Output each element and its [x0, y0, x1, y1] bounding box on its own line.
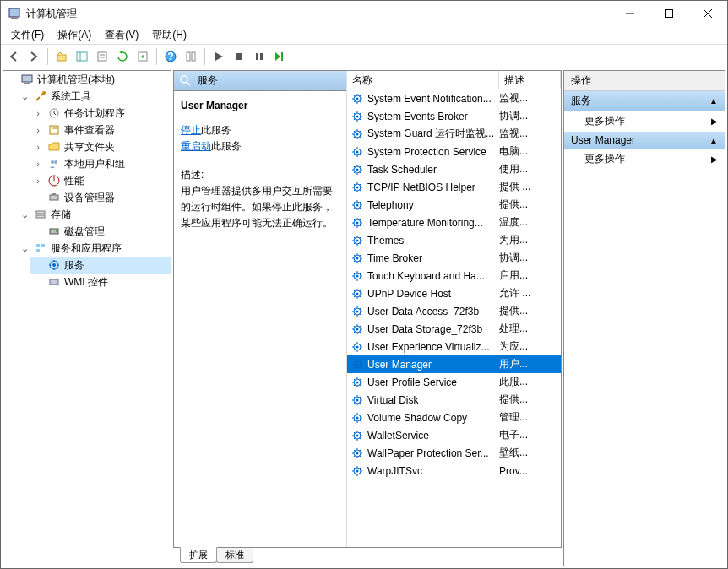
gear-icon — [350, 464, 364, 478]
tree-disk-mgmt[interactable]: 磁盘管理 — [30, 223, 171, 240]
service-desc: 协调... — [499, 109, 561, 123]
forward-button[interactable] — [24, 47, 43, 66]
action-more-services[interactable]: 更多操作 ▶ — [564, 111, 725, 132]
column-name[interactable]: 名称 — [347, 71, 499, 89]
window-controls — [611, 1, 727, 26]
svg-point-72 — [356, 328, 359, 330]
service-row[interactable]: Virtual Disk提供... — [347, 391, 561, 409]
list-body[interactable]: System Event Notification...监视...System … — [347, 89, 561, 547]
tree-task-scheduler[interactable]: ›任务计划程序 — [30, 105, 171, 122]
service-row[interactable]: System Events Broker协调... — [347, 107, 561, 125]
detail-column: 服务 User Manager 停止此服务 重启动此服务 描述: 用户管理器提供… — [174, 71, 347, 547]
restart-service-button[interactable] — [270, 47, 289, 66]
tree-device-manager[interactable]: 设备管理器 — [30, 189, 171, 206]
service-name: Task Scheduler — [367, 164, 499, 176]
show-hide-tree-button[interactable] — [73, 47, 91, 66]
export-button[interactable] — [133, 47, 152, 66]
tab-standard[interactable]: 标准 — [216, 548, 253, 563]
service-name: User Profile Service — [367, 377, 499, 388]
properties-button[interactable] — [93, 47, 111, 66]
service-row[interactable]: TCP/IP NetBIOS Helper提供 ... — [347, 178, 561, 196]
service-desc: 提供... — [499, 304, 561, 318]
collapse-icon[interactable]: ⌄ — [19, 91, 30, 102]
gear-icon — [350, 216, 364, 230]
tree-label: 设备管理器 — [64, 191, 115, 205]
service-row[interactable]: User Experience Virtualiz...为应... — [347, 338, 561, 355]
service-row[interactable]: System Guard 运行时监视...监视... — [347, 125, 561, 143]
titlebar: 计算机管理 — [1, 1, 727, 26]
back-button[interactable] — [4, 47, 23, 66]
service-row[interactable]: Temperature Monitoring...温度... — [347, 214, 561, 231]
service-row[interactable]: User Manager用户... — [347, 355, 561, 373]
tree-services-apps[interactable]: ⌄ 服务和应用程序 — [17, 240, 171, 257]
stop-service-link[interactable]: 停止 — [181, 124, 201, 136]
maximize-button[interactable] — [649, 1, 688, 26]
expand-icon[interactable]: › — [32, 142, 44, 152]
service-row[interactable]: User Data Access_72f3b提供... — [347, 302, 561, 320]
app-icon — [8, 7, 21, 20]
expand-icon[interactable]: › — [32, 108, 44, 118]
collapse-icon[interactable]: ⌄ — [19, 209, 30, 220]
svg-rect-6 — [57, 55, 66, 61]
menu-view[interactable]: 查看(V) — [98, 26, 145, 44]
service-desc: 提供... — [499, 393, 561, 407]
service-name: Telephony — [367, 199, 499, 211]
service-row[interactable]: System Event Notification...监视... — [347, 89, 561, 107]
columns-button[interactable] — [182, 47, 200, 66]
service-name: TCP/IP NetBIOS Helper — [367, 182, 499, 193]
service-row[interactable]: User Profile Service此服... — [347, 373, 561, 391]
svg-point-50 — [356, 133, 359, 135]
expand-icon[interactable]: › — [32, 125, 44, 135]
description-label: 描述: — [181, 167, 340, 183]
service-row[interactable]: WarpJITSvcProv... — [347, 462, 561, 480]
tree-services[interactable]: 服务 — [30, 257, 171, 274]
service-row[interactable]: System Protection Service电脑... — [347, 143, 561, 160]
refresh-button[interactable] — [113, 47, 132, 66]
column-desc[interactable]: 描述 — [499, 71, 561, 89]
tree-performance[interactable]: ›性能 — [30, 172, 171, 189]
service-row[interactable]: WalletService电子... — [347, 426, 561, 444]
tree-system-tools[interactable]: ⌄ 系统工具 — [17, 88, 171, 105]
tree-root[interactable]: 计算机管理(本地) — [3, 71, 171, 88]
service-row[interactable]: Volume Shadow Copy管理... — [347, 409, 561, 426]
tree-event-viewer[interactable]: ›事件查看器 — [30, 122, 171, 138]
service-row[interactable]: WallPaper Protection Ser...壁纸... — [347, 444, 561, 462]
start-service-button[interactable] — [209, 47, 228, 66]
tree-pane[interactable]: 计算机管理(本地) ⌄ 系统工具 ›任务计划程序 ›事件查看器 ›共享文件夹 ›… — [3, 70, 171, 566]
tree-local-users[interactable]: ›本地用户和组 — [30, 155, 171, 172]
computer-icon — [20, 73, 34, 86]
stop-service-button[interactable] — [230, 47, 248, 66]
service-row[interactable]: Task Scheduler使用... — [347, 160, 561, 178]
menu-file[interactable]: 文件(F) — [4, 26, 51, 44]
service-name: Time Broker — [367, 252, 499, 264]
pause-service-button[interactable] — [250, 47, 269, 66]
action-more-usermanager[interactable]: 更多操作 ▶ — [564, 149, 725, 170]
action-section-title[interactable]: User Manager ▲ — [564, 132, 725, 149]
svg-rect-21 — [22, 75, 32, 82]
service-row[interactable]: UPnP Device Host允许 ... — [347, 284, 561, 302]
minimize-button[interactable] — [611, 1, 649, 26]
svg-point-58 — [356, 203, 359, 206]
help-button[interactable]: ? — [161, 47, 180, 66]
close-button[interactable] — [688, 1, 727, 26]
service-row[interactable]: User Data Storage_72f3b处理... — [347, 320, 561, 338]
service-row[interactable]: Time Broker协调... — [347, 249, 561, 267]
tree-storage[interactable]: ⌄ 存储 — [17, 206, 171, 223]
expand-icon[interactable]: › — [32, 159, 44, 169]
menu-action[interactable]: 操作(A) — [51, 26, 98, 44]
tree-label: 本地用户和组 — [64, 157, 125, 171]
gear-icon — [350, 305, 364, 318]
action-section-title[interactable]: 服务 ▲ — [564, 91, 725, 111]
service-row[interactable]: Touch Keyboard and Ha...启用... — [347, 267, 561, 284]
expand-icon[interactable]: › — [32, 176, 44, 186]
tab-extended[interactable]: 扩展 — [180, 547, 217, 563]
restart-service-link[interactable]: 重启动 — [181, 140, 211, 152]
tree-wmi[interactable]: WMI 控件 — [30, 274, 171, 290]
collapse-icon[interactable]: ⌄ — [19, 243, 30, 254]
service-row[interactable]: Themes为用... — [347, 231, 561, 249]
service-row[interactable]: Telephony提供... — [347, 196, 561, 214]
menu-help[interactable]: 帮助(H) — [145, 26, 193, 44]
toolbar-separator — [47, 48, 48, 65]
tree-shared-folders[interactable]: ›共享文件夹 — [30, 138, 171, 155]
up-button[interactable] — [52, 47, 71, 66]
